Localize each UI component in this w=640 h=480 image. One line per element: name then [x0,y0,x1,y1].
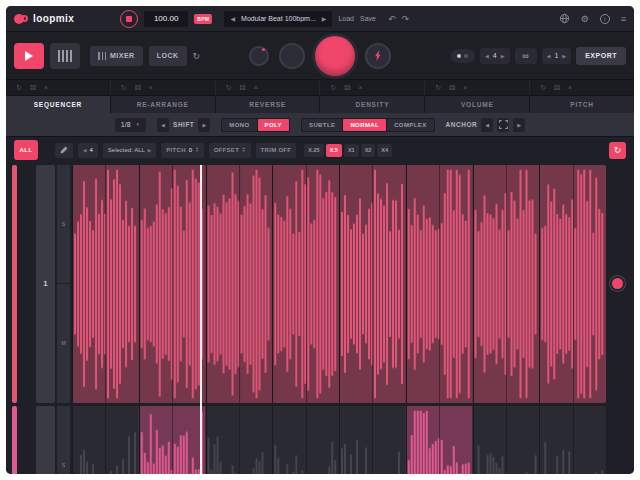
preset-name[interactable]: Modular Beat 100bpm... [241,15,316,22]
anchor-right-button[interactable]: ▶ [513,118,525,132]
complexity-complex[interactable]: COMPLEX [387,119,433,131]
main-macro-knob[interactable] [315,36,355,76]
refresh-icon[interactable]: ↻ [435,84,441,92]
selected-loops-control[interactable]: Selected: ALL ▶ [103,143,157,158]
dice-icon[interactable]: ⚄ [554,84,560,92]
bpm-display[interactable]: 100.00 [144,11,188,27]
track-solo-mute: SM [57,165,70,403]
trigger-fx-button[interactable] [365,43,391,69]
tab-reverse[interactable]: REVERSE [216,96,321,113]
dice-icon[interactable]: ⚄ [240,84,246,92]
play-button[interactable] [14,43,44,69]
rate-select[interactable]: 1/8 ▼ [115,118,146,132]
bars-prev-button[interactable]: ◀ [485,53,489,59]
dice-icon[interactable]: ⚄ [30,84,36,92]
record-loop-button[interactable] [612,278,623,289]
page-prev-button[interactable]: ◀ [547,53,551,59]
clear-icon[interactable]: × [463,84,467,91]
shift-label: SHIFT [173,121,194,128]
waveform-canvas[interactable] [72,406,606,475]
keys-view-button[interactable] [50,43,80,69]
redo-button[interactable]: ↷ [402,14,410,24]
expand-icon [499,120,508,129]
speed-x1[interactable]: X1 [344,144,359,157]
page-next-button[interactable]: ▶ [562,53,566,59]
transport-bar: MIXER LOCK ↻ ◀ 4 ▶ ∞ ◀ 1 ▶ EXPORT [6,32,634,80]
refresh-icon[interactable]: ↻ [121,84,127,92]
dice-icon[interactable]: ⚄ [344,84,350,92]
clear-icon[interactable]: × [149,84,153,91]
shift-control: ◀ SHIFT ▶ [157,118,210,132]
knob-medium[interactable] [279,43,305,69]
dice-icon[interactable]: ⚄ [135,84,141,92]
offset-control[interactable]: OFFSET ▲▼ [209,143,251,158]
waveform-canvas[interactable] [72,165,606,403]
solo-button[interactable]: S [57,165,70,283]
undo-button[interactable]: ↶ [388,14,396,24]
refresh-icon[interactable]: ↻ [540,84,546,92]
mixer-button[interactable]: MIXER [90,46,143,66]
tab-icon-group: ↻⚄× [529,80,634,95]
clear-icon[interactable]: × [568,84,572,91]
bars-next-button[interactable]: ▶ [501,53,505,59]
loop-count-stepper[interactable]: ◀ 4 [78,143,98,158]
save-button[interactable]: Save [360,15,376,22]
info-icon[interactable]: i [600,14,610,24]
track-waveform-lane[interactable] [72,165,606,403]
select-all-button[interactable]: ALL [14,140,38,160]
trim-label: TRIM OFF [261,147,292,153]
tab-icon-group: ↻⚄× [319,80,424,95]
bars-value: 4 [493,52,497,59]
trim-toggle[interactable]: TRIM OFF [256,143,297,158]
track-waveform-lane[interactable] [72,406,606,475]
macro-knobs [249,36,391,76]
mute-button[interactable]: M [57,284,70,402]
sync-refresh-icon[interactable]: ↻ [193,51,201,61]
clear-icon[interactable]: × [44,84,48,91]
sequencer-settings-row: 1/8 ▼ ◀ SHIFT ▶ MONOPOLY SUBTLENORMALCOM… [6,113,634,137]
voice-mode-poly[interactable]: POLY [258,119,289,131]
tab-volume[interactable]: VOLUME [425,96,530,113]
speed-x2[interactable]: X2 [361,144,376,157]
settings-gear-icon[interactable]: ⚙ [581,14,589,24]
globe-icon[interactable] [559,13,570,24]
voice-mode-mono[interactable]: MONO [222,119,256,131]
menu-icon[interactable]: ≡ [621,14,626,24]
anchor-left-button[interactable]: ◀ [481,118,493,132]
anchor-expand-button[interactable] [497,118,509,132]
refresh-icon[interactable]: ↻ [16,84,22,92]
shift-right-button[interactable]: ▶ [198,118,210,132]
load-button[interactable]: Load [338,15,354,22]
complexity-normal[interactable]: NORMAL [343,119,386,131]
clear-icon[interactable]: × [358,84,362,91]
dice-icon[interactable]: ⚄ [449,84,455,92]
loop-infinity-button[interactable]: ∞ [515,48,537,64]
solo-button[interactable]: S [57,406,70,475]
record-button[interactable] [120,10,138,28]
tab-density[interactable]: DENSITY [320,96,425,113]
pitch-control[interactable]: PITCH 0 ▲▼ [161,143,203,158]
preset-next-button[interactable]: ▶ [322,15,327,22]
tab-pitch[interactable]: PITCH [530,96,634,113]
offset-stepper[interactable]: ▲▼ [242,147,245,154]
pitch-stepper[interactable]: ▲▼ [195,147,198,154]
lock-button[interactable]: LOCK [149,46,187,66]
preset-prev-button[interactable]: ◀ [230,15,235,22]
refresh-icon[interactable]: ↻ [226,84,232,92]
knob-small[interactable] [249,46,269,66]
complexity-subtle[interactable]: SUBTLE [302,119,342,131]
export-button[interactable]: EXPORT [576,47,626,65]
page-dots[interactable] [451,49,475,63]
retrigger-button[interactable]: ↻ [609,142,626,159]
speed-x4[interactable]: X4 [377,144,392,157]
clear-icon[interactable]: × [254,84,258,91]
shift-left-button[interactable]: ◀ [157,118,169,132]
refresh-icon[interactable]: ↻ [330,84,336,92]
speed-x_5[interactable]: X.5 [326,144,342,157]
lock-label: LOCK [157,52,179,59]
edit-pencil-button[interactable] [55,143,73,158]
tab-re-arrange[interactable]: RE-ARRANGE [111,96,216,113]
loopmix-logo-icon [14,14,28,24]
speed-x_25[interactable]: X.25 [304,144,323,157]
tab-sequencer[interactable]: SEQUENCER [6,96,111,113]
